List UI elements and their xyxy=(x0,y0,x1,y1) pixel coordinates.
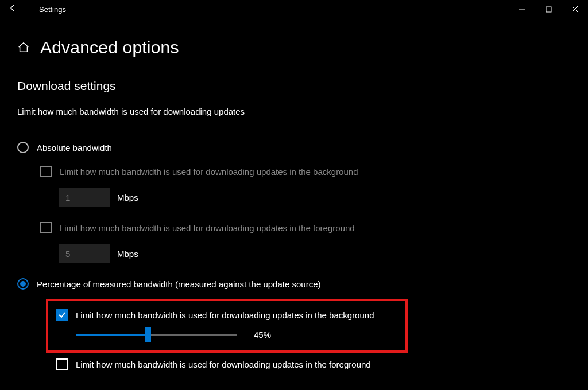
unit-label: Mbps xyxy=(117,193,138,202)
unit-label: Mbps xyxy=(117,249,138,259)
checkbox-absolute-background[interactable]: Limit how much bandwidth is used for dow… xyxy=(40,166,571,177)
percentage-background-slider[interactable] xyxy=(76,329,237,340)
slider-fill xyxy=(76,334,148,336)
window-title: Settings xyxy=(39,5,66,14)
percentage-background-slider-row: 45% xyxy=(76,329,394,340)
back-button[interactable] xyxy=(5,3,22,15)
page-header: Advanced options xyxy=(0,18,588,57)
download-settings-section: Download settings Limit how much bandwid… xyxy=(0,57,588,263)
close-button[interactable] xyxy=(562,0,588,18)
checkbox-icon xyxy=(40,222,52,233)
checkbox-percentage-background[interactable]: Limit how much bandwidth is used for dow… xyxy=(56,309,394,321)
radio-icon xyxy=(17,142,29,153)
checkbox-label: Limit how much bandwidth is used for dow… xyxy=(60,167,358,177)
radio-label: Percentage of measured bandwidth (measur… xyxy=(37,279,320,289)
absolute-background-input-row: Mbps xyxy=(59,188,571,207)
percentage-section: Percentage of measured bandwidth (measur… xyxy=(0,278,588,370)
radio-percentage-bandwidth[interactable]: Percentage of measured bandwidth (measur… xyxy=(17,278,588,290)
radio-label: Absolute bandwidth xyxy=(37,143,112,153)
checkbox-icon xyxy=(56,358,68,370)
absolute-foreground-input[interactable] xyxy=(59,244,110,263)
checkbox-checked-icon xyxy=(56,309,68,321)
checkbox-label: Limit how much bandwidth is used for dow… xyxy=(60,223,355,233)
absolute-suboptions: Limit how much bandwidth is used for dow… xyxy=(40,166,571,263)
page-title: Advanced options xyxy=(40,38,179,57)
checkbox-percentage-foreground[interactable]: Limit how much bandwidth is used for dow… xyxy=(56,358,588,370)
checkbox-label: Limit how much bandwidth is used for dow… xyxy=(76,360,371,369)
checkbox-label: Limit how much bandwidth is used for dow… xyxy=(76,310,374,320)
checkbox-icon xyxy=(40,166,52,177)
home-icon[interactable] xyxy=(17,41,30,54)
slider-value-label: 45% xyxy=(254,330,271,340)
section-title: Download settings xyxy=(17,79,571,93)
svg-rect-1 xyxy=(546,7,551,12)
checkbox-absolute-foreground[interactable]: Limit how much bandwidth is used for dow… xyxy=(40,222,571,233)
window-controls xyxy=(509,0,588,18)
slider-thumb[interactable] xyxy=(145,327,151,342)
absolute-background-input[interactable] xyxy=(59,188,110,207)
radio-icon xyxy=(17,278,29,290)
section-desc: Limit how much bandwidth is used for dow… xyxy=(17,107,571,116)
highlighted-region: Limit how much bandwidth is used for dow… xyxy=(46,299,408,353)
maximize-button[interactable] xyxy=(535,0,562,18)
minimize-button[interactable] xyxy=(509,0,535,18)
radio-absolute-bandwidth[interactable]: Absolute bandwidth xyxy=(17,142,571,153)
titlebar: Settings xyxy=(0,0,588,18)
absolute-foreground-input-row: Mbps xyxy=(59,244,571,263)
